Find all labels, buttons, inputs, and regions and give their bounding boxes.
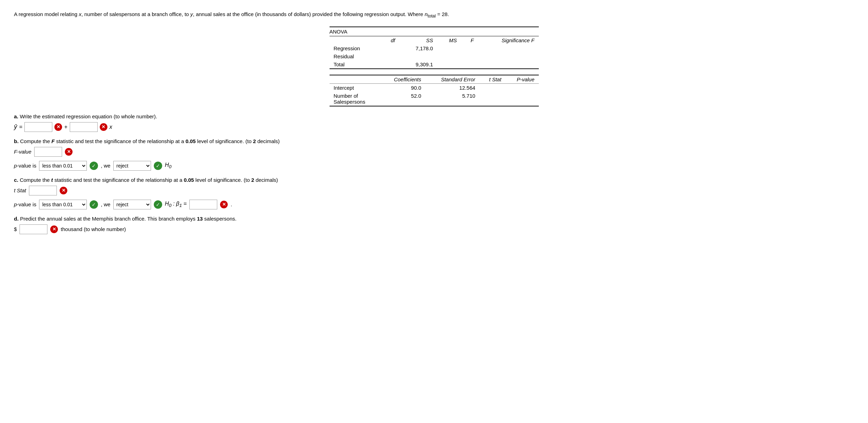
anova-residual-f <box>461 52 478 60</box>
dollar-input[interactable] <box>20 224 47 234</box>
b-we-label: , we <box>101 163 111 169</box>
coeff-intercept-tstat <box>480 83 506 92</box>
c-pvalue-label: p-value is <box>14 201 36 207</box>
anova-total-f <box>461 60 478 69</box>
coeff-salespersons-pvalue <box>506 92 539 106</box>
t-stat-label: t Stat <box>14 187 26 193</box>
equation-input2[interactable] <box>70 122 98 132</box>
f-value-row: F-value ✕ <box>14 147 854 157</box>
y-hat-symbol: ŷ <box>14 123 17 131</box>
b-pvalue-row: p-value is less than 0.01 0.01 to 0.05 0… <box>14 161 854 171</box>
b-pvalue-label: p-value is <box>14 163 36 169</box>
anova-col-ss: SS <box>399 36 437 44</box>
coeff-intercept-coeff: 90.0 <box>380 83 425 92</box>
dollar-sign: $ <box>14 226 17 232</box>
anova-residual-df <box>380 52 399 60</box>
part-b-label: b. Compute the F statistic and test the … <box>14 138 854 144</box>
c-pvalue-dropdown[interactable]: less than 0.01 0.01 to 0.05 0.05 to 0.10… <box>39 200 87 209</box>
coeff-col-label <box>330 75 380 84</box>
coeff-row-salespersons: Number ofSalespersons 52.0 5.710 <box>330 92 539 106</box>
anova-residual-ss <box>399 52 437 60</box>
intro-paragraph: A regression model relating x, number of… <box>14 10 854 20</box>
anova-residual-label: Residual <box>330 52 381 60</box>
part-c-label: c. Compute the t statistic and test the … <box>14 177 854 183</box>
anova-total-df <box>380 60 399 69</box>
part-a-label: a. Write the estimated regression equati… <box>14 113 854 119</box>
b-pvalue-dropdown[interactable]: less than 0.01 0.01 to 0.05 0.05 to 0.10… <box>39 161 87 171</box>
coeff-salespersons-coeff: 52.0 <box>380 92 425 106</box>
thousand-label: thousand (to whole number) <box>61 226 126 232</box>
coeff-intercept-pvalue <box>506 83 539 92</box>
f-value-input[interactable] <box>34 147 62 157</box>
anova-total-ss: 9,309.1 <box>399 60 437 69</box>
equals-sign: = <box>19 124 22 130</box>
equation-row: ŷ = ✕ + ✕ x <box>14 122 854 132</box>
coeff-salespersons-label: Number ofSalespersons <box>330 92 380 106</box>
coeff-col-pvalue: P-value <box>506 75 539 84</box>
equation-input1-error-icon[interactable]: ✕ <box>54 123 62 131</box>
b-reject-check-icon: ✓ <box>154 162 162 170</box>
coeff-intercept-label: Intercept <box>330 83 380 92</box>
coeff-row-intercept: Intercept 90.0 12.564 <box>330 83 539 92</box>
c-pvalue-row: p-value is less than 0.01 0.01 to 0.05 0… <box>14 200 854 209</box>
anova-title: ANOVA <box>330 27 539 35</box>
coeff-salespersons-tstat <box>480 92 506 106</box>
anova-col-ms: MS <box>437 36 461 44</box>
coeff-intercept-se: 12.564 <box>425 83 480 92</box>
equation-input2-error-icon[interactable]: ✕ <box>100 123 107 131</box>
anova-total-label: Total <box>330 60 381 69</box>
b-reject-dropdown[interactable]: reject do not reject <box>113 161 151 171</box>
f-value-label: F-value <box>14 149 31 155</box>
dollar-input-row: $ ✕ thousand (to whole number) <box>14 224 854 234</box>
x-variable: x <box>110 124 112 130</box>
anova-total-sig <box>478 60 539 69</box>
anova-regression-f <box>461 44 478 52</box>
anova-regression-ms <box>437 44 461 52</box>
anova-col-label <box>330 36 381 44</box>
c-h0-label: H0 : β1 = <box>165 201 187 208</box>
b-pvalue-check-icon: ✓ <box>90 162 98 170</box>
f-value-error-icon[interactable]: ✕ <box>65 148 73 156</box>
anova-regression-sig <box>478 44 539 52</box>
coeff-salespersons-se: 5.710 <box>425 92 480 106</box>
coeff-col-se: Standard Error <box>425 75 480 84</box>
anova-residual-sig <box>478 52 539 60</box>
coeff-col-tstat: t Stat <box>480 75 506 84</box>
anova-col-f: F <box>461 36 478 44</box>
anova-regression-ss: 7,178.0 <box>399 44 437 52</box>
anova-regression-df <box>380 44 399 52</box>
anova-col-df: df <box>380 36 399 44</box>
anova-row-total: Total 9,309.1 <box>330 60 539 69</box>
anova-section: ANOVA df SS MS F Significance F Regressi… <box>14 27 854 106</box>
anova-total-ms <box>437 60 461 69</box>
t-stat-row: t Stat ✕ <box>14 186 854 195</box>
c-period: . <box>231 201 232 207</box>
c-reject-check-icon: ✓ <box>154 200 162 209</box>
b-h0-label: H0 <box>165 162 172 169</box>
part-d-label: d. Predict the annual sales at the Memph… <box>14 216 854 222</box>
c-beta-input[interactable] <box>189 200 217 209</box>
equation-input1[interactable] <box>24 122 52 132</box>
c-pvalue-check-icon: ✓ <box>90 200 98 209</box>
t-stat-input[interactable] <box>29 186 57 195</box>
plus-sign: + <box>64 124 67 130</box>
c-beta-error-icon[interactable]: ✕ <box>220 201 228 208</box>
anova-residual-ms <box>437 52 461 60</box>
anova-col-sig: Significance F <box>478 36 539 44</box>
anova-row-regression: Regression 7,178.0 <box>330 44 539 52</box>
t-stat-error-icon[interactable]: ✕ <box>60 187 67 194</box>
anova-regression-label: Regression <box>330 44 381 52</box>
c-we-label: , we <box>101 201 111 207</box>
coeff-col-coefficients: Coefficients <box>380 75 425 84</box>
dollar-error-icon[interactable]: ✕ <box>50 225 58 233</box>
anova-row-residual: Residual <box>330 52 539 60</box>
c-reject-dropdown[interactable]: reject do not reject <box>113 200 151 209</box>
